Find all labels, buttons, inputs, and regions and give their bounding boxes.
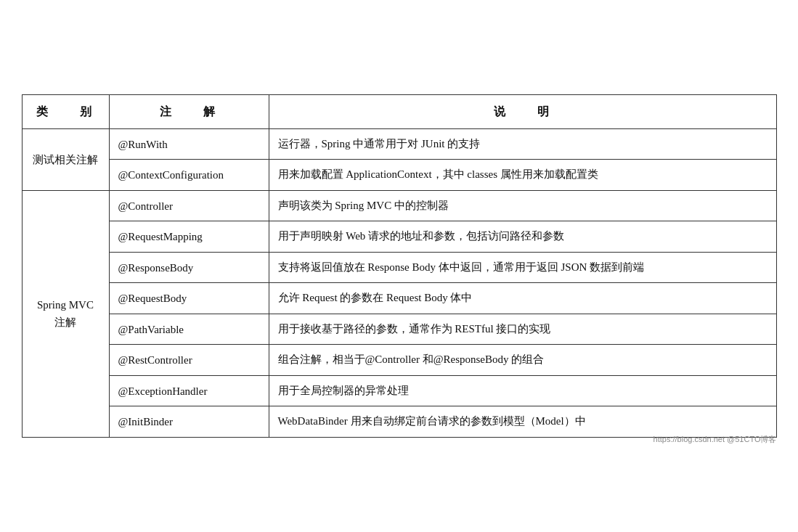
annotation-cell: @ContextConfiguration bbox=[109, 160, 269, 191]
table-row: @ContextConfiguration用来加载配置 ApplicationC… bbox=[22, 160, 776, 191]
watermark: https://blog.csdn.net @51CTO博客 bbox=[654, 434, 777, 445]
description-cell: 用来加载配置 ApplicationContext，其中 classes 属性用… bbox=[269, 160, 776, 191]
table-row: @ExceptionHandler用于全局控制器的异常处理 bbox=[22, 375, 776, 406]
annotation-cell: @RequestMapping bbox=[109, 221, 269, 253]
description-cell: 用于声明映射 Web 请求的地址和参数，包括访问路径和参数 bbox=[269, 221, 776, 253]
table-row: Spring MVC 注解@Controller声明该类为 Spring MVC… bbox=[22, 190, 776, 221]
table-row: 测试相关注解@RunWith运行器，Spring 中通常用于对 JUnit 的支… bbox=[22, 128, 776, 160]
description-cell: 组合注解，相当于@Controller 和@ResponseBody 的组合 bbox=[269, 345, 776, 376]
table-row: @PathVariable用于接收基于路径的参数，通常作为 RESTful 接口… bbox=[22, 314, 776, 345]
annotation-cell: @ExceptionHandler bbox=[109, 375, 269, 406]
description-cell: 允许 Request 的参数在 Request Body 体中 bbox=[269, 283, 776, 314]
category-cell: Spring MVC 注解 bbox=[22, 190, 109, 437]
annotations-table: 类 别 注 解 说 明 测试相关注解@RunWith运行器，Spring 中通常… bbox=[22, 94, 777, 438]
description-cell: 运行器，Spring 中通常用于对 JUnit 的支持 bbox=[269, 128, 776, 160]
description-cell: 用于全局控制器的异常处理 bbox=[269, 375, 776, 406]
annotation-cell: @RunWith bbox=[109, 128, 269, 160]
table-row: @RestController组合注解，相当于@Controller 和@Res… bbox=[22, 345, 776, 376]
annotation-cell: @RequestBody bbox=[109, 283, 269, 314]
table-row: @ResponseBody支持将返回值放在 Response Body 体中返回… bbox=[22, 252, 776, 283]
category-cell: 测试相关注解 bbox=[22, 128, 109, 190]
annotation-cell: @RestController bbox=[109, 345, 269, 376]
description-cell: WebDataBinder 用来自动绑定前台请求的参数到模型（Model）中 bbox=[269, 406, 776, 438]
annotation-cell: @Controller bbox=[109, 190, 269, 221]
description-cell: 用于接收基于路径的参数，通常作为 RESTful 接口的实现 bbox=[269, 314, 776, 345]
table-row: @RequestMapping用于声明映射 Web 请求的地址和参数，包括访问路… bbox=[22, 221, 776, 253]
table-row: @RequestBody允许 Request 的参数在 Request Body… bbox=[22, 283, 776, 314]
annotation-cell: @PathVariable bbox=[109, 314, 269, 345]
table-row: @InitBinderWebDataBinder 用来自动绑定前台请求的参数到模… bbox=[22, 406, 776, 438]
annotation-cell: @ResponseBody bbox=[109, 252, 269, 283]
header-description: 说 明 bbox=[269, 95, 776, 129]
header-category: 类 别 bbox=[22, 95, 109, 129]
page-wrapper: 类 别 注 解 说 明 测试相关注解@RunWith运行器，Spring 中通常… bbox=[15, 80, 784, 452]
description-cell: 声明该类为 Spring MVC 中的控制器 bbox=[269, 190, 776, 221]
annotation-cell: @InitBinder bbox=[109, 406, 269, 438]
description-cell: 支持将返回值放在 Response Body 体中返回，通常用于返回 JSON … bbox=[269, 252, 776, 283]
header-annotation: 注 解 bbox=[109, 95, 269, 129]
